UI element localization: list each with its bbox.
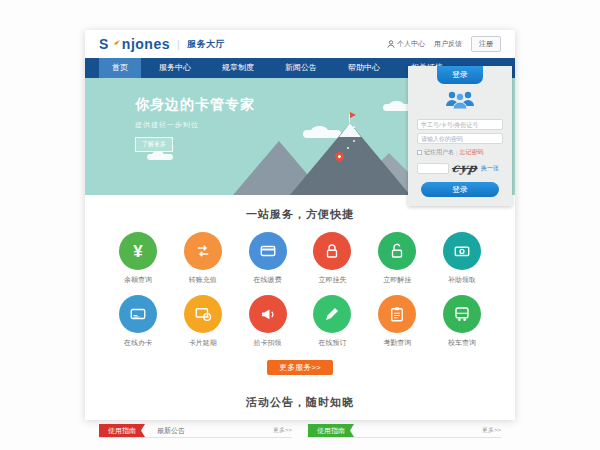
logo-divider: | [177, 39, 180, 50]
tab-latest-announcements[interactable]: 最新公告 [157, 424, 185, 437]
services-row-1: ¥ 余额查询 转账充值 在线缴费 立即挂失 立即解挂 [85, 232, 515, 285]
header-links: 个人中心 用户反馈 注册 [387, 36, 501, 52]
hero-subtitle: 提供捷径一步到位 [135, 120, 255, 130]
captcha-row: cyp 换一张 [417, 161, 503, 175]
more-services-button[interactable]: 更多服务>> [267, 360, 333, 375]
service-found-card-claim[interactable]: 拾卡招领 [241, 295, 295, 348]
forgot-password-link[interactable]: 忘记密码 [460, 148, 484, 157]
transfer-icon [194, 242, 212, 260]
yen-icon: ¥ [133, 243, 142, 260]
announcement-panels: 使用指南 最新公告 更多>> 使用指南 更多>> [85, 422, 515, 438]
header: S njones | 服务大厅 个人中心 用户反馈 注册 [85, 30, 515, 58]
service-online-card-apply[interactable]: 在线办卡 [111, 295, 165, 348]
cloud-icon [147, 154, 173, 160]
hero-cta-button[interactable]: 了解更多 [135, 137, 173, 152]
hero-title: 你身边的卡管专家 [135, 96, 255, 114]
card-pay-icon [259, 242, 277, 260]
personal-center-link[interactable]: 个人中心 [387, 39, 425, 49]
service-card-extension[interactable]: 卡片延期 [176, 295, 230, 348]
nav-item-home[interactable]: 首页 [99, 58, 141, 78]
logo: S njones | 服务大厅 [99, 36, 225, 52]
service-school-bus-query[interactable]: 校车查询 [435, 295, 489, 348]
path-dot [349, 133, 351, 135]
path-dot [353, 126, 355, 128]
logo-text-prefix: S [99, 36, 109, 52]
tab-usage-guide-left[interactable]: 使用指南 [99, 424, 145, 437]
captcha-input[interactable] [417, 163, 449, 174]
remember-label: 记住用户名 [424, 148, 454, 157]
password-input[interactable] [417, 133, 503, 144]
hero-copy: 你身边的卡管专家 提供捷径一步到位 了解更多 [135, 96, 255, 152]
captcha-image[interactable]: cyp [451, 161, 479, 175]
tab-usage-guide-right[interactable]: 使用指南 [308, 424, 354, 437]
user-icon [387, 40, 395, 48]
lock-icon [323, 242, 341, 260]
service-cancel-loss[interactable]: 立即解挂 [370, 232, 424, 285]
more-link-left[interactable]: 更多>> [273, 424, 292, 437]
remember-row: 记住用户名 | 忘记密码 [417, 148, 503, 157]
username-input[interactable] [417, 119, 503, 130]
card-clock-icon [194, 305, 212, 323]
flag-icon [350, 112, 356, 118]
logo-text-suffix: njones [122, 36, 170, 52]
unlock-icon [388, 242, 406, 260]
clipboard-icon [388, 305, 406, 323]
service-report-loss[interactable]: 立即挂失 [305, 232, 359, 285]
feedback-link[interactable]: 用户反馈 [434, 39, 462, 49]
nav-item-service-center[interactable]: 服务中心 [146, 58, 204, 78]
site-name: 服务大厅 [187, 38, 225, 51]
more-link-right[interactable]: 更多>> [482, 424, 501, 437]
announcement-panel-left: 使用指南 最新公告 更多>> [99, 422, 292, 438]
nav-item-help[interactable]: 帮助中心 [335, 58, 393, 78]
login-tab[interactable]: 登录 [437, 66, 483, 84]
path-dot [353, 140, 355, 142]
logo-arrow-icon [110, 39, 121, 49]
megaphone-icon [259, 305, 277, 323]
service-online-booking[interactable]: 在线预订 [305, 295, 359, 348]
login-button[interactable]: 登录 [421, 182, 499, 197]
banknote-icon [453, 242, 471, 260]
service-balance-query[interactable]: ¥ 余额查询 [111, 232, 165, 285]
login-panel: 登录 记住用户名 | 忘记密码 cyp 换一张 登录 [408, 66, 512, 206]
service-transfer-recharge[interactable]: 转账充值 [176, 232, 230, 285]
path-dot [347, 147, 349, 149]
service-subsidy-collect[interactable]: 补助领取 [435, 232, 489, 285]
register-button[interactable]: 注册 [471, 36, 501, 52]
nav-item-news[interactable]: 新闻公告 [272, 58, 330, 78]
services-row-2: 在线办卡 卡片延期 拾卡招领 在线预订 考勤查询 [85, 295, 515, 348]
nav-item-rules[interactable]: 规章制度 [209, 58, 267, 78]
card-icon [129, 305, 147, 323]
page-container: S njones | 服务大厅 个人中心 用户反馈 注册 首页 服务中心 规章制… [85, 30, 515, 420]
announcement-panel-right: 使用指南 更多>> [308, 422, 501, 438]
bus-icon [453, 305, 471, 323]
service-attendance-query[interactable]: 考勤查询 [370, 295, 424, 348]
remember-checkbox[interactable] [417, 150, 422, 155]
announcements-title: 活动公告，随时知晓 [85, 395, 515, 410]
change-captcha-link[interactable]: 换一张 [481, 164, 499, 173]
service-online-payment[interactable]: 在线缴费 [241, 232, 295, 285]
users-group-icon [408, 89, 512, 115]
pencil-icon [323, 305, 341, 323]
